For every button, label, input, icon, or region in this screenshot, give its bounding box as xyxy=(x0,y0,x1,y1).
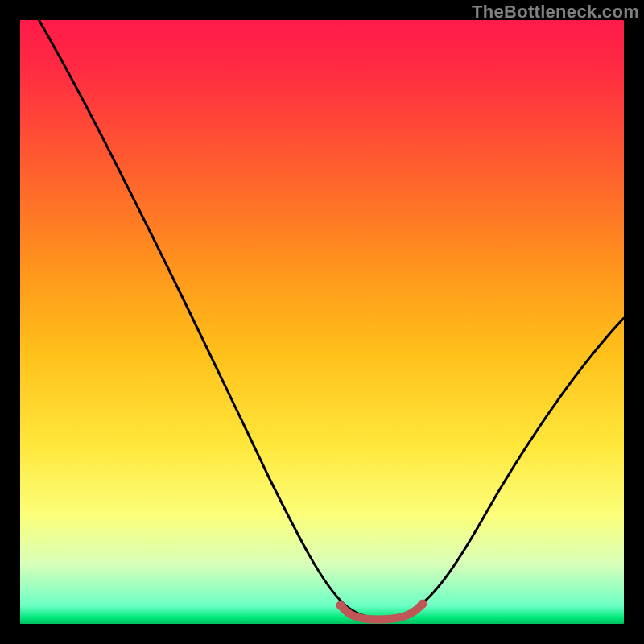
accent-end-right xyxy=(419,600,427,609)
plot-area xyxy=(20,20,624,624)
bottleneck-curve xyxy=(20,20,624,624)
main-curve-path xyxy=(20,20,624,618)
chart-frame: TheBottleneck.com xyxy=(0,0,644,644)
accent-end-left xyxy=(336,601,345,610)
watermark-text: TheBottleneck.com xyxy=(472,2,639,23)
accent-basin-path xyxy=(341,604,423,620)
